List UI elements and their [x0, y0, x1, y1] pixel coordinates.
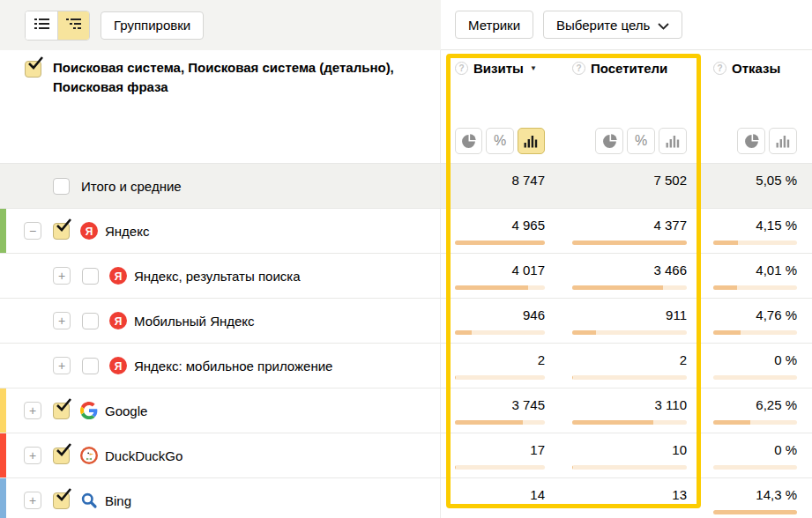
- row-checkbox[interactable]: [53, 223, 70, 240]
- sort-desc-icon: ▼: [530, 64, 537, 72]
- visitors-column-header: ?Посетители%: [572, 50, 687, 163]
- visits-cell: 14: [455, 478, 545, 518]
- visits-value: 17: [455, 433, 545, 457]
- dimension-cell: +Bing: [0, 478, 441, 518]
- bing-icon: [80, 492, 98, 509]
- row-checkbox[interactable]: [82, 268, 99, 285]
- bounce-share-bar: [713, 510, 797, 514]
- bounce-share-bar: [713, 465, 797, 470]
- expand-button[interactable]: +: [53, 357, 71, 374]
- yandex-icon: Я: [80, 222, 98, 240]
- bounce-value: 14,3 %: [713, 478, 797, 502]
- bounce-cell: 4,15 %: [713, 209, 797, 253]
- visitors-share-bar: [572, 420, 687, 425]
- visitors-cell: 4 377: [572, 209, 687, 253]
- visits-value: 4 017: [455, 254, 545, 278]
- dimensions-header: Поисковая система, Поисковая система (де…: [0, 50, 441, 163]
- row-color-stripe: [0, 478, 6, 518]
- visitors-value: 7 502: [572, 164, 687, 188]
- bounce-share-bar: [713, 285, 797, 290]
- groupings-button[interactable]: Группировки: [101, 11, 204, 40]
- bounce-column-header: ?Отказы: [713, 50, 797, 163]
- list-view-button[interactable]: [26, 11, 57, 40]
- metrics-button[interactable]: Метрики: [455, 11, 533, 39]
- svg-text:Я: Я: [115, 315, 123, 328]
- row-label[interactable]: DuckDuckGo: [105, 448, 183, 463]
- row-checkbox[interactable]: [53, 448, 70, 464]
- dimensions-checkbox[interactable]: [25, 61, 41, 78]
- view-toggle: [25, 11, 90, 41]
- table-row: +ЯЯндекс: мобильное приложение220 %: [0, 343, 812, 388]
- visits-bars-button[interactable]: [518, 128, 545, 154]
- visitors-share-bar: [572, 375, 687, 380]
- visits-cell: 2: [455, 344, 545, 388]
- row-color-stripe: [0, 209, 6, 253]
- visits-percent-button[interactable]: %: [486, 128, 513, 154]
- visits-help-icon[interactable]: ?: [455, 62, 468, 75]
- visitors-pie-button[interactable]: [595, 128, 623, 154]
- expand-button[interactable]: +: [24, 402, 41, 419]
- row-color-stripe: [0, 433, 6, 477]
- collapse-button[interactable]: −: [24, 222, 41, 240]
- visitors-share-bar: [572, 465, 687, 470]
- bounce-value: 4,01 %: [713, 254, 797, 278]
- bounce-value: 0 %: [713, 344, 797, 367]
- row-checkbox[interactable]: [82, 358, 99, 374]
- bounce-column-label[interactable]: Отказы: [732, 61, 780, 76]
- row-label[interactable]: Bing: [105, 493, 131, 508]
- visits-column-label[interactable]: Визиты: [473, 61, 524, 76]
- visits-pie-button[interactable]: [455, 128, 482, 154]
- visitors-cell: 911: [572, 299, 687, 343]
- visitors-value: 13: [572, 478, 687, 502]
- duckduckgo-icon: [80, 447, 98, 464]
- bounce-bars-button[interactable]: [769, 128, 797, 154]
- visitors-cell: 3 466: [572, 254, 687, 298]
- visitors-percent-button[interactable]: %: [627, 128, 655, 154]
- visits-value: 3 745: [455, 388, 545, 412]
- row-label[interactable]: Мобильный Яндекс: [134, 314, 255, 329]
- visits-value: 14: [455, 478, 545, 502]
- bounce-help-icon[interactable]: ?: [713, 62, 726, 75]
- visits-share-bar: [455, 375, 545, 380]
- row-label[interactable]: Яндекс, результаты поиска: [134, 269, 301, 284]
- visitors-value: 3 466: [572, 254, 687, 278]
- row-label[interactable]: Итого и средние: [81, 179, 182, 194]
- bounce-cell: 14,3 %: [713, 478, 797, 518]
- row-checkbox[interactable]: [53, 403, 70, 419]
- goal-select-button[interactable]: Выберите цель: [543, 11, 682, 39]
- visitors-share-bar: [572, 285, 687, 290]
- svg-text:Я: Я: [115, 270, 123, 283]
- expand-button[interactable]: +: [24, 492, 41, 509]
- table-row: +ЯМобильный Яндекс9469114,76 %: [0, 298, 812, 343]
- row-label[interactable]: Яндекс: [105, 224, 149, 239]
- bounce-share-bar: [713, 420, 797, 425]
- expand-button[interactable]: +: [53, 312, 71, 329]
- bounce-display-toggles: [713, 128, 797, 154]
- bounce-value: 4,15 %: [713, 209, 797, 233]
- visits-share-bar: [455, 285, 545, 290]
- visitors-cell: 3 110: [572, 388, 687, 433]
- row-label[interactable]: Яндекс: мобильное приложение: [134, 359, 332, 374]
- visits-share-bar: [455, 240, 545, 245]
- bounce-share-bar: [713, 375, 797, 380]
- expand-button[interactable]: +: [53, 267, 71, 285]
- visitors-share-bar: [572, 240, 687, 245]
- row-checkbox[interactable]: [53, 178, 70, 195]
- bounce-cell: 6,25 %: [713, 388, 797, 433]
- bounce-pie-button[interactable]: [737, 128, 765, 154]
- row-checkbox[interactable]: [82, 313, 99, 329]
- chevron-down-icon: [658, 18, 669, 33]
- expand-button[interactable]: +: [24, 447, 41, 464]
- visitors-help-icon[interactable]: ?: [572, 62, 585, 75]
- visits-value: 946: [455, 299, 545, 322]
- dimension-cell: +Google: [0, 388, 441, 433]
- tree-view-button[interactable]: [57, 11, 89, 40]
- row-label[interactable]: Google: [105, 403, 147, 418]
- table-row: +Bing141314,3 %: [0, 477, 812, 518]
- visitors-column-label[interactable]: Посетители: [591, 61, 667, 76]
- svg-text:Я: Я: [115, 360, 123, 373]
- visitors-cell: 2: [572, 344, 687, 388]
- google-icon: [80, 402, 98, 419]
- row-checkbox[interactable]: [53, 492, 70, 509]
- visitors-bars-button[interactable]: [659, 128, 687, 154]
